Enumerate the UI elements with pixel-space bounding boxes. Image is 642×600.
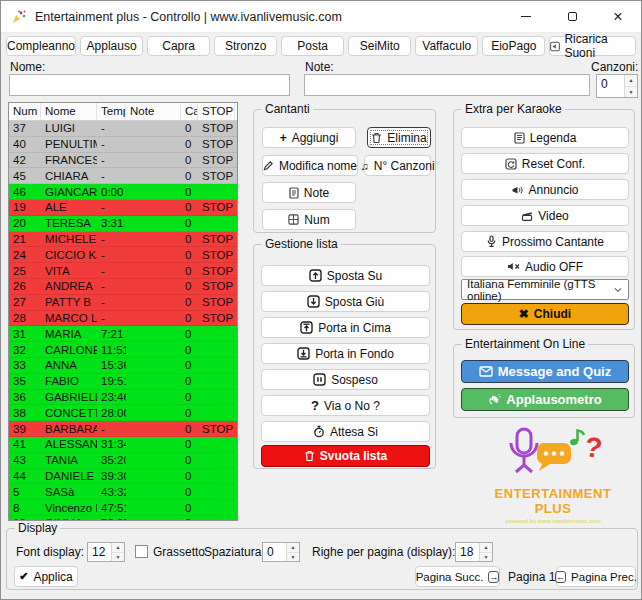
- chiudi-button[interactable]: ✖ Chiudi: [461, 303, 629, 325]
- display-group-label: Display: [15, 521, 60, 535]
- attesa-si-button[interactable]: Attesa Si: [261, 421, 430, 442]
- button-label: Vaffaculo: [422, 39, 471, 53]
- spin-up-icon[interactable]: ▲: [625, 75, 637, 87]
- applausometro-button[interactable]: Applausometro: [461, 388, 629, 411]
- table-row[interactable]: 5SASà43:320: [9, 484, 237, 500]
- singer-table[interactable]: Num Nome Temp Note Ca STOP 37LUIGI-0STOP…: [8, 102, 238, 521]
- sound-button-eiopago[interactable]: EioPago: [482, 36, 545, 56]
- pagina-prec-button[interactable]: ← Pagina Prec.: [556, 566, 636, 587]
- table-row[interactable]: 26ANDREA-0STOP: [9, 279, 237, 295]
- spin-down-icon[interactable]: ▼: [112, 553, 124, 562]
- table-row[interactable]: 40PENULTIM-0STOP: [9, 137, 237, 153]
- maximize-icon[interactable]: [549, 1, 595, 32]
- sound-button-stronzo[interactable]: Stronzo: [214, 36, 277, 56]
- num-button[interactable]: Num: [262, 209, 356, 230]
- sound-button-capra[interactable]: Capra: [147, 36, 210, 56]
- col-header-ca[interactable]: Ca: [181, 103, 198, 120]
- righe-value: 18: [456, 543, 479, 561]
- svg-text:?: ?: [583, 431, 604, 464]
- table-row[interactable]: 37LUIGI-0STOP: [9, 121, 237, 137]
- table-row[interactable]: 45CHIARA-0STOP: [9, 168, 237, 184]
- table-row[interactable]: 42FRANCESC-0STOP: [9, 153, 237, 169]
- col-header-note[interactable]: Note: [126, 103, 181, 120]
- table-row[interactable]: 39BARBARA-0STOP: [9, 421, 237, 437]
- col-header-temp[interactable]: Temp: [97, 103, 126, 120]
- aggiungi-button[interactable]: + Aggiungi: [262, 127, 356, 148]
- sposta-giu-button[interactable]: Sposta Giù: [261, 291, 430, 312]
- prossimo-cantante-button[interactable]: Prossimo Cantante: [461, 231, 629, 252]
- audio-off-button[interactable]: Audio OFF: [461, 256, 629, 277]
- note-input[interactable]: [304, 74, 590, 96]
- spin-down-icon[interactable]: ▼: [625, 87, 637, 98]
- table-row[interactable]: 46GIANCARL0:000: [9, 184, 237, 200]
- table-row[interactable]: 28MARCO L-0STOP: [9, 311, 237, 327]
- annuncio-button[interactable]: Annuncio: [461, 179, 629, 200]
- close-icon[interactable]: ×: [595, 1, 641, 32]
- sound-button-posta[interactable]: Posta: [281, 36, 344, 56]
- svuota-lista-button[interactable]: Svuota lista: [261, 445, 430, 467]
- table-row[interactable]: 41ALESSAND31:340: [9, 437, 237, 453]
- message-quiz-button[interactable]: Message and Quiz: [461, 360, 629, 383]
- voice-select[interactable]: Italiana Femminile (gTTS online): [461, 279, 629, 300]
- table-row[interactable]: 24CICCIO KJ-0STOP: [9, 247, 237, 263]
- via-o-no-button[interactable]: ? Via o No ?: [261, 395, 430, 416]
- spin-down-icon[interactable]: ▼: [287, 553, 299, 562]
- col-header-num[interactable]: Num: [9, 103, 41, 120]
- sound-button-compleanno[interactable]: Compleanno: [6, 36, 76, 56]
- table-row[interactable]: 31MARIA7:210: [9, 326, 237, 342]
- table-row[interactable]: 27PATTY B-0STOP: [9, 295, 237, 311]
- righe-stepper[interactable]: 18 ▲ ▼: [455, 542, 493, 562]
- applica-button[interactable]: ✔ Applica: [14, 566, 78, 587]
- grassetto-checkbox[interactable]: [135, 545, 148, 558]
- table-cell-temp: 7:21: [97, 328, 126, 340]
- spaziatura-value: 0: [263, 543, 286, 561]
- chevron-down-icon: [614, 287, 622, 293]
- col-header-stop[interactable]: STOP: [198, 103, 235, 120]
- font-size-stepper[interactable]: 12 ▲ ▼: [87, 542, 125, 562]
- spaziatura-stepper[interactable]: 0 ▲ ▼: [262, 542, 300, 562]
- minimize-icon[interactable]: [503, 1, 549, 32]
- ricarica-suoni-button[interactable]: Ricarica Suoni: [549, 36, 636, 56]
- canzoni-stepper[interactable]: 0 ▲ ▼: [596, 74, 638, 98]
- porta-in-cima-button[interactable]: Porta in Cima: [261, 317, 430, 338]
- table-row[interactable]: 32CARLONE11:510: [9, 342, 237, 358]
- table-row[interactable]: 44DANIELE39:300: [9, 469, 237, 485]
- nome-input[interactable]: [9, 74, 290, 96]
- table-row[interactable]: 35FABIO19:510: [9, 374, 237, 390]
- table-cell-nome: ALE: [41, 201, 97, 213]
- legenda-button[interactable]: Legenda: [461, 127, 629, 148]
- note-button[interactable]: Note: [262, 182, 356, 203]
- spin-up-icon[interactable]: ▲: [480, 543, 492, 553]
- pagina-succ-button[interactable]: Pagina Succ. →: [415, 566, 500, 587]
- spin-up-icon[interactable]: ▲: [287, 543, 299, 553]
- table-row[interactable]: 38CONCETT28:000: [9, 405, 237, 421]
- col-header-nome[interactable]: Nome: [41, 103, 97, 120]
- table-row[interactable]: 8Vincenzo Ir47:510: [9, 500, 237, 516]
- sposta-su-button[interactable]: Sposta Su: [261, 265, 430, 286]
- table-row[interactable]: 25VITA-0STOP: [9, 263, 237, 279]
- table-row[interactable]: 19ALE-0STOP: [9, 200, 237, 216]
- reset-conf-button[interactable]: Reset Conf.: [461, 153, 629, 174]
- table-cell-temp: -: [97, 312, 126, 324]
- porta-in-fondo-button[interactable]: Porta in Fondo: [261, 343, 430, 364]
- video-button[interactable]: Video: [461, 205, 629, 226]
- spin-down-icon[interactable]: ▼: [480, 553, 492, 562]
- table-row[interactable]: 43TANIA35:200: [9, 453, 237, 469]
- arrow-left-icon: ←: [555, 571, 566, 583]
- online-group: Entertainment On Line Message and Quiz A…: [453, 344, 635, 418]
- table-row[interactable]: 36GABRIELL23:460: [9, 390, 237, 406]
- spin-up-icon[interactable]: ▲: [112, 543, 124, 553]
- sospeso-button[interactable]: Sospeso: [261, 369, 430, 390]
- modifica-nome-button[interactable]: Modifica nome: [262, 155, 358, 176]
- sound-button-seimito[interactable]: SeiMito: [348, 36, 411, 56]
- sound-button-vaffaculo[interactable]: Vaffaculo: [415, 36, 478, 56]
- n-canzoni-button[interactable]: ♫ N° Canzoni: [364, 155, 431, 176]
- note-label: Note:: [305, 60, 334, 74]
- elimina-button[interactable]: Elimina: [367, 127, 431, 148]
- question-icon: ?: [311, 398, 319, 413]
- table-row[interactable]: 21MICHELE-0STOP: [9, 232, 237, 248]
- table-row[interactable]: 20TERESA3:310: [9, 216, 237, 232]
- table-row[interactable]: 33ANNA15:360: [9, 358, 237, 374]
- button-label: Annuncio: [528, 183, 578, 197]
- sound-button-applauso[interactable]: Applauso: [80, 36, 143, 56]
